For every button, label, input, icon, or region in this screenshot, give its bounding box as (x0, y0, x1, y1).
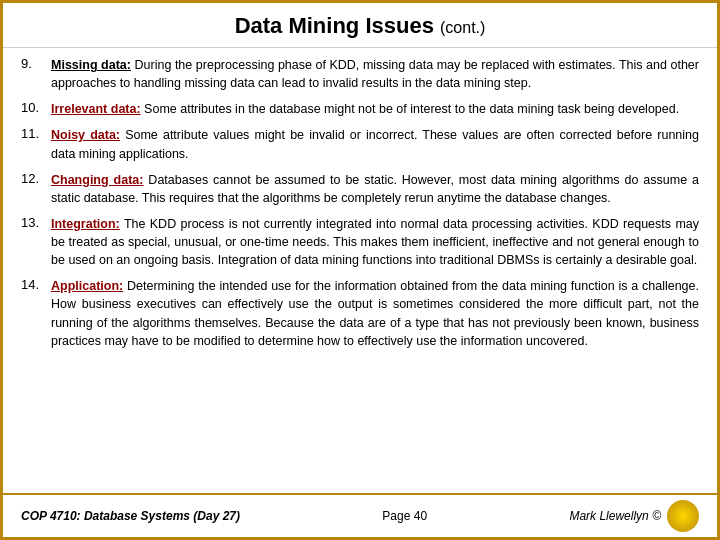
page-footer: COP 4710: Database Systems (Day 27) Page… (3, 493, 717, 537)
item-label-2: Irrelevant data: (51, 102, 141, 116)
item-label-1: Missing data: (51, 58, 131, 72)
item-text-4: Changing data: Databases cannot be assum… (51, 171, 699, 207)
page-header: Data Mining Issues (cont.) (3, 3, 717, 48)
item-row-4: 12.Changing data: Databases cannot be as… (21, 171, 699, 207)
item-text-6: Application: Determining the intended us… (51, 277, 699, 350)
item-number-2: 10. (21, 100, 51, 115)
footer-logo-area: Mark Llewellyn © (569, 500, 699, 532)
item-label-5: Integration: (51, 217, 120, 231)
title-cont: (cont.) (440, 19, 485, 36)
footer-center: Page 40 (382, 509, 427, 523)
item-body-1: During the preprocessing phase of KDD, m… (51, 58, 699, 90)
item-text-3: Noisy data: Some attribute values might … (51, 126, 699, 162)
item-row-3: 11.Noisy data: Some attribute values mig… (21, 126, 699, 162)
item-label-3: Noisy data: (51, 128, 120, 142)
item-row-5: 13.Integration: The KDD process is not c… (21, 215, 699, 269)
item-body-2: Some attributes in the database might no… (141, 102, 680, 116)
content-area: 9.Missing data: During the preprocessing… (3, 48, 717, 493)
footer-left: COP 4710: Database Systems (Day 27) (21, 509, 240, 523)
item-text-5: Integration: The KDD process is not curr… (51, 215, 699, 269)
item-text-2: Irrelevant data: Some attributes in the … (51, 100, 699, 118)
item-body-5: The KDD process is not currently integra… (51, 217, 699, 267)
item-number-5: 13. (21, 215, 51, 230)
item-label-6: Application: (51, 279, 123, 293)
item-number-3: 11. (21, 126, 51, 141)
item-text-1: Missing data: During the preprocessing p… (51, 56, 699, 92)
title-main: Data Mining Issues (235, 13, 434, 38)
page-container: Data Mining Issues (cont.) 9.Missing dat… (0, 0, 720, 540)
item-number-1: 9. (21, 56, 51, 71)
logo-icon (667, 500, 699, 532)
item-body-6: Determining the intended use for the inf… (51, 279, 699, 347)
item-number-6: 14. (21, 277, 51, 292)
item-label-4: Changing data: (51, 173, 143, 187)
item-row-6: 14.Application: Determining the intended… (21, 277, 699, 350)
item-row-1: 9.Missing data: During the preprocessing… (21, 56, 699, 92)
item-body-4: Databases cannot be assumed to be static… (51, 173, 699, 205)
item-number-4: 12. (21, 171, 51, 186)
item-row-2: 10.Irrelevant data: Some attributes in t… (21, 100, 699, 118)
footer-right: Mark Llewellyn © (569, 509, 661, 523)
item-body-3: Some attribute values might be invalid o… (51, 128, 699, 160)
page-title: Data Mining Issues (cont.) (235, 13, 486, 38)
